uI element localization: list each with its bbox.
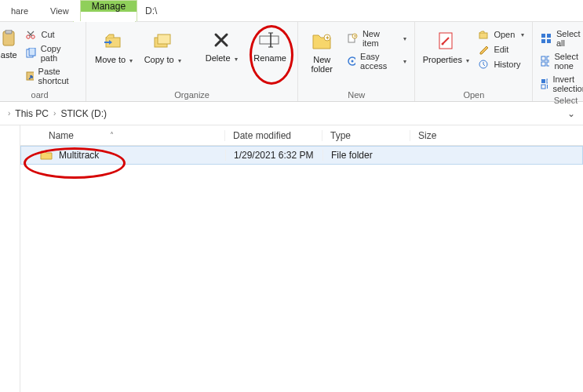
- invert-selection-button[interactable]: Invert selection: [539, 74, 583, 94]
- svg-rect-29: [541, 56, 545, 60]
- svg-text:✦: ✦: [353, 34, 357, 38]
- easy-access-button[interactable]: Easy access▾: [345, 51, 408, 71]
- new-item-label: New item: [363, 29, 397, 48]
- chevron-down-icon: ▾: [403, 58, 406, 65]
- clipboard-icon: [2, 30, 16, 47]
- move-to-icon: [103, 30, 125, 52]
- tab-share[interactable]: hare: [0, 0, 39, 21]
- paste-shortcut-button[interactable]: Paste shortcut: [24, 66, 79, 86]
- invert-selection-icon: [541, 78, 548, 89]
- svg-rect-23: [479, 33, 487, 38]
- scissors-icon: [25, 29, 36, 40]
- svg-rect-35: [541, 85, 545, 89]
- svg-point-20: [352, 60, 354, 63]
- open-button[interactable]: Open▾: [476, 28, 526, 41]
- cut-label: Cut: [41, 30, 54, 39]
- cut-button[interactable]: Cut: [24, 28, 79, 41]
- header-name-label: Name: [49, 130, 74, 141]
- rename-icon: [258, 30, 282, 50]
- easy-access-icon: [347, 56, 355, 67]
- svg-rect-33: [541, 79, 545, 83]
- chevron-right-icon: ›: [53, 109, 56, 118]
- copy-path-button[interactable]: Copy path: [24, 43, 79, 64]
- svg-rect-25: [541, 34, 545, 38]
- file-pane[interactable]: Name ˄ Date modified Type Size Multitrac…: [20, 125, 583, 392]
- select-all-label: Select all: [556, 29, 583, 48]
- tab-manage[interactable]: Manage: [81, 1, 137, 12]
- copy-to-icon: [151, 30, 173, 52]
- invert-selection-label: Invert selection: [552, 74, 583, 93]
- window-path: D:\: [137, 0, 165, 21]
- header-name[interactable]: Name ˄: [20, 130, 224, 141]
- tab-view[interactable]: View: [39, 0, 80, 21]
- select-all-button[interactable]: Select all: [539, 28, 583, 49]
- svg-rect-32: [547, 62, 549, 66]
- chevron-down-icon: ▾: [466, 57, 469, 64]
- open-label: Open: [494, 30, 515, 39]
- move-to-button[interactable]: Move to ▾: [93, 25, 135, 66]
- breadcrumb[interactable]: › This PC › STICK (D:) ⌄: [0, 102, 583, 125]
- paste-label: aste: [1, 50, 17, 60]
- ribbon: aste Cut Copy path Paste shortcut oard: [0, 22, 583, 102]
- edit-label: Edit: [494, 45, 508, 54]
- svg-rect-36: [547, 85, 548, 89]
- select-group-label: Select: [554, 96, 578, 105]
- breadcrumb-thispc[interactable]: This PC: [15, 108, 49, 119]
- breadcrumb-drive[interactable]: STICK (D:): [60, 108, 107, 119]
- edit-button[interactable]: Edit: [476, 43, 526, 56]
- header-size[interactable]: Size: [410, 130, 472, 141]
- header-type[interactable]: Type: [322, 130, 410, 141]
- svg-rect-30: [547, 56, 549, 60]
- svg-rect-27: [541, 39, 545, 43]
- svg-rect-26: [547, 34, 551, 38]
- svg-rect-9: [158, 34, 170, 44]
- column-headers[interactable]: Name ˄ Date modified Type Size: [20, 125, 583, 146]
- paste-shortcut-icon: [25, 71, 33, 82]
- new-folder-label: New folder: [311, 55, 333, 74]
- svg-rect-34: [547, 79, 548, 83]
- edit-icon: [478, 44, 489, 55]
- paste-shortcut-label: Paste shortcut: [38, 67, 78, 85]
- chevron-right-icon: ›: [8, 109, 10, 118]
- svg-rect-5: [29, 48, 35, 56]
- table-row[interactable]: Multitrack 1/29/2021 6:32 PM File folder: [20, 146, 583, 165]
- new-item-icon: ✦: [347, 33, 358, 44]
- properties-button[interactable]: Properties ▾: [421, 25, 470, 66]
- paste-button[interactable]: aste: [0, 25, 17, 60]
- svg-text:✦: ✦: [325, 34, 330, 42]
- properties-icon: [435, 30, 457, 52]
- delete-x-icon: [211, 30, 231, 50]
- chevron-down-icon: ▾: [235, 56, 238, 63]
- easy-access-label: Easy access: [360, 52, 397, 71]
- row-type: File folder: [322, 150, 410, 161]
- open-icon: [478, 29, 489, 40]
- svg-rect-28: [547, 39, 551, 43]
- chevron-down-icon: ▾: [129, 57, 133, 64]
- select-none-label: Select none: [554, 52, 583, 71]
- organize-group-label: Organize: [174, 90, 210, 100]
- clipboard-group-label: oard: [31, 90, 49, 100]
- delete-button[interactable]: Delete ▾: [200, 25, 242, 64]
- svg-point-22: [442, 43, 444, 45]
- row-name: Multitrack: [59, 150, 99, 161]
- history-icon: [478, 59, 489, 70]
- nav-gutter: [0, 125, 20, 392]
- svg-rect-10: [260, 36, 279, 44]
- sort-indicator-icon: ˄: [110, 131, 114, 140]
- select-none-icon: [541, 56, 549, 67]
- move-to-label: Move to ▾: [95, 55, 133, 66]
- rename-button[interactable]: Rename: [249, 25, 291, 63]
- header-date[interactable]: Date modified: [224, 130, 322, 141]
- copy-to-button[interactable]: Copy to ▾: [141, 25, 184, 66]
- new-item-button[interactable]: ✦ New item▾: [345, 28, 408, 49]
- chevron-down-icon[interactable]: ⌄: [567, 108, 575, 119]
- chevron-down-icon: ▾: [521, 31, 524, 38]
- new-group-label: New: [348, 90, 365, 100]
- history-button[interactable]: History: [476, 58, 526, 71]
- history-label: History: [494, 60, 520, 69]
- delete-label: Delete ▾: [206, 53, 238, 64]
- new-folder-button[interactable]: ✦ New folder: [304, 25, 339, 74]
- title-tabs: hare View Manage D:\: [0, 0, 583, 22]
- select-none-button[interactable]: Select none: [539, 51, 583, 71]
- properties-label: Properties ▾: [423, 55, 469, 66]
